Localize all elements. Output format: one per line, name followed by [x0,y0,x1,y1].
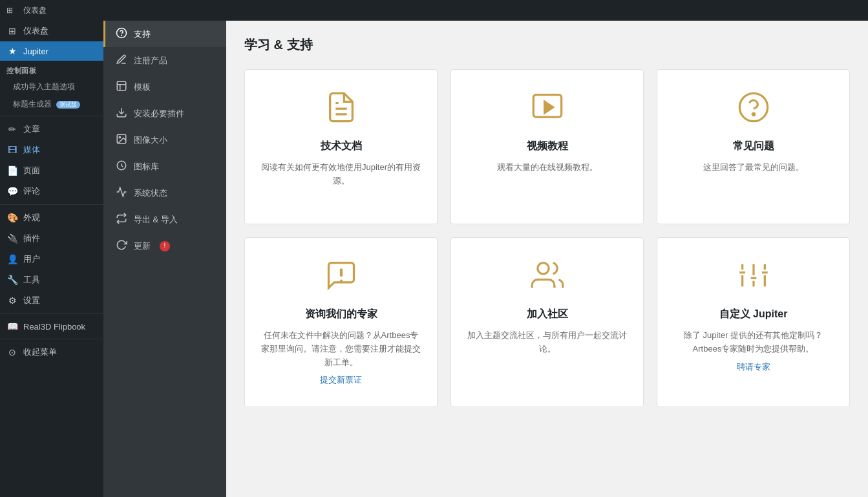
card-faq-title: 常见问题 [733,140,774,153]
sub-sidebar-item-icon-library[interactable]: 图标库 [103,153,226,180]
card-tech-docs: 技术文档 阅读有关如何更有效地使用Jupiter的有用资源。 [244,69,438,224]
svg-point-5 [119,136,120,138]
collapse-icon: ⊙ [6,347,18,357]
faq-icon [737,90,770,129]
support-icon [116,27,127,41]
image-icon [116,133,127,147]
card-expert-desc: 任何未在文件中解决的问题？从Artbees专家那里询问。请注意，您需要注册才能提… [260,329,421,369]
sidebar-item-media[interactable]: 🎞 媒体 [0,140,103,160]
sub-sidebar-item-register[interactable]: 注册产品 [103,47,226,74]
sidebar-item-collapse[interactable]: ⊙ 收起菜单 [0,342,103,363]
admin-bar-site-name[interactable]: 仪表盘 [23,5,47,16]
install-icon [116,107,127,120]
sidebar-item-real3d[interactable]: 📖 Real3D Flipbook [0,317,103,336]
update-icon [116,239,127,253]
cards-grid: 技术文档 阅读有关如何更有效地使用Jupiter的有用资源。 视频教程 观看大量… [244,69,850,407]
sidebar-item-settings[interactable]: ⚙ 设置 [0,290,103,311]
sidebar-item-users[interactable]: 👤 用户 [0,249,103,270]
svg-point-1 [122,35,122,36]
docs-icon [324,90,358,129]
sub-sidebar-item-update[interactable]: 更新 ! [103,233,226,259]
register-icon [116,54,127,67]
svg-point-13 [537,263,548,274]
sidebar: ⊞ 仪表盘 ★ Jupiter 控制面板 成功导入主题选项 标题生成器 测试版 … [0,21,103,497]
templates-icon [116,80,127,94]
page-title: 学习 & 支持 [244,36,850,54]
card-expert-title: 资询我们的专家 [305,308,377,321]
admin-bar: ⊞ 仪表盘 [0,0,868,21]
sub-sidebar: 支持 注册产品 模板 安装必要插件 图像大小 图标库 系统状态 [103,21,226,497]
card-video-title: 视频教程 [527,140,568,153]
customize-icon [737,259,770,297]
admin-bar-wp-logo[interactable]: ⊞ [6,6,13,15]
real3d-icon: 📖 [6,321,18,332]
dashboard-icon: ⊞ [6,26,18,36]
sidebar-item-tools[interactable]: 🔧 工具 [0,270,103,290]
control-panel-title: 控制面板 [0,61,103,78]
pages-icon: 📄 [6,165,18,176]
card-faq: 常见问题 这里回答了最常见的问题。 [657,69,850,224]
settings-icon: ⚙ [6,295,18,306]
main-content: 学习 & 支持 技术文档 阅读有关如何更有效地使用Jupiter的有用资源。 [226,21,868,497]
sidebar-item-appearance[interactable]: 🎨 外观 [0,207,103,228]
update-notification-badge: ! [160,241,170,251]
sidebar-item-pages[interactable]: 📄 页面 [0,160,103,181]
svg-marker-10 [544,101,553,112]
svg-point-12 [752,113,754,115]
sub-sidebar-item-support[interactable]: 支持 [103,21,226,47]
sub-sidebar-item-export-import[interactable]: 导出 & 导入 [103,206,226,233]
sub-sidebar-item-install-plugins[interactable]: 安装必要插件 [103,100,226,127]
sidebar-item-dashboard[interactable]: ⊞ 仪表盘 [0,21,103,41]
svg-point-11 [739,93,767,121]
edit-icon: ✏ [6,124,18,134]
plugins-icon: 🔌 [6,233,18,244]
sidebar-item-articles[interactable]: ✏ 文章 [0,119,103,140]
sidebar-item-jupiter[interactable]: ★ Jupiter [0,41,103,61]
users-icon: 👤 [6,254,18,264]
export-import-icon [116,213,127,226]
svg-rect-2 [117,81,126,90]
card-community-title: 加入社区 [527,308,568,321]
video-icon [531,90,564,129]
test-badge: 测试版 [56,101,80,109]
sub-sidebar-item-templates[interactable]: 模板 [103,74,226,100]
sidebar-item-plugins[interactable]: 🔌 插件 [0,228,103,249]
card-community-desc: 加入主题交流社区，与所有用户一起交流讨论。 [467,329,628,356]
card-tech-docs-title: 技术文档 [321,140,362,153]
card-video-desc: 观看大量的在线视频教程。 [497,161,598,174]
sidebar-item-comments[interactable]: 💬 评论 [0,181,103,202]
community-icon [531,259,564,297]
appearance-icon: 🎨 [6,213,18,223]
card-customize-desc: 除了 Jupiter 提供的还有其他定制吗？Artbees专家随时为您提供帮助。 [673,329,834,356]
card-customize-title: 自定义 Jupiter [719,308,788,321]
icon-library-icon [116,160,127,173]
star-icon: ★ [6,46,18,56]
card-customize: 自定义 Jupiter 除了 Jupiter 提供的还有其他定制吗？Artbee… [657,237,850,407]
submit-ticket-link[interactable]: 提交新票证 [320,374,362,386]
sidebar-sub-tag-gen[interactable]: 标题生成器 测试版 [0,96,103,113]
media-icon: 🎞 [6,145,18,155]
sub-sidebar-item-system-status[interactable]: 系统状态 [103,180,226,206]
comments-icon: 💬 [6,186,18,196]
sidebar-sub-import-theme[interactable]: 成功导入主题选项 [0,78,103,96]
card-community: 加入社区 加入主题交流社区，与所有用户一起交流讨论。 [450,237,644,407]
sub-sidebar-item-image-size[interactable]: 图像大小 [103,127,226,153]
tools-icon: 🔧 [6,275,18,285]
hire-expert-link[interactable]: 聘请专家 [737,361,770,373]
card-video-tutorials: 视频教程 观看大量的在线视频教程。 [450,69,644,224]
card-tech-docs-desc: 阅读有关如何更有效地使用Jupiter的有用资源。 [260,161,421,188]
card-faq-desc: 这里回答了最常见的问题。 [703,161,804,174]
card-ask-expert: 资询我们的专家 任何未在文件中解决的问题？从Artbees专家那里询问。请注意，… [244,237,438,407]
expert-icon [324,259,358,297]
system-status-icon [116,186,127,200]
